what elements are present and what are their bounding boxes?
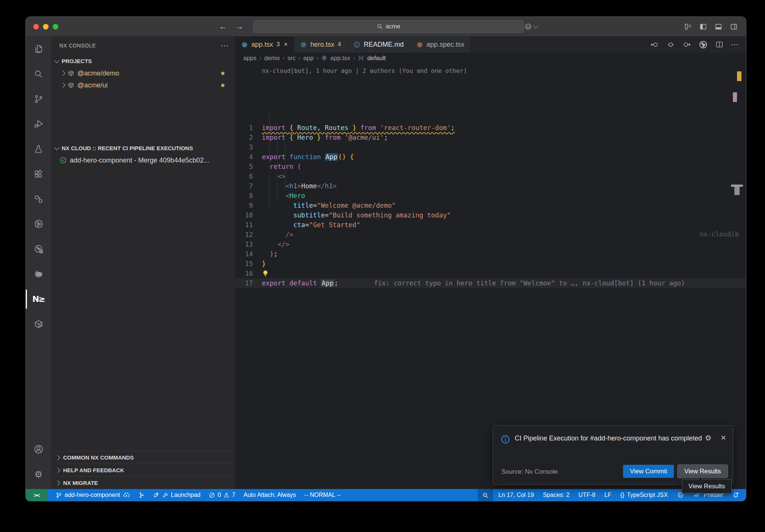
breadcrumb-item[interactable]: app [303,55,314,62]
notification-close-icon[interactable]: ✕ [721,434,726,442]
code-line[interactable]: 9 title="Welcome @acme/demo" [235,201,746,210]
notifications-bell[interactable] [732,492,739,499]
remote-indicator[interactable]: >< [26,489,47,501]
code-line[interactable]: 15} [235,259,746,269]
react-test-file-icon [416,41,423,48]
problems-indicator[interactable]: 0 ⚠ 7 [209,491,235,499]
line-number: 15 [235,259,253,269]
code-line[interactable]: 1import { Route, Routes } from 'react-ro… [235,123,746,133]
activity-edge-tools[interactable] [26,262,51,287]
tab-readme-md[interactable]: README.md [347,36,410,53]
git-graph-button[interactable] [138,492,145,498]
activity-nx-console[interactable]: N≥ [26,287,51,312]
toggle-panel-icon[interactable] [715,23,722,31]
code-line[interactable]: 12 /> [235,230,746,239]
more-actions-icon[interactable]: ⋯ [731,40,739,49]
section-common-nx-commands[interactable]: COMMON NX COMMANDS [51,451,235,464]
breadcrumb-item[interactable]: apps [243,55,257,62]
section-help-and-feedback[interactable]: HELP AND FEEDBACK [51,464,235,476]
lightbulb-icon[interactable] [262,269,269,278]
history-back-icon[interactable]: ← [219,22,227,31]
code-line[interactable]: 16 [235,269,746,278]
activity-search[interactable] [26,61,51,86]
activity-extensions[interactable] [26,161,51,186]
activity-nx-projects[interactable] [26,186,51,211]
tab-hero-tsx[interactable]: hero.tsx 4 [294,36,347,53]
close-tab-icon[interactable]: × [284,41,288,48]
breadcrumb-item[interactable]: app.tsx [330,55,350,62]
launchpad-button[interactable]: Launchpad [153,492,201,498]
language-mode[interactable]: {} TypeScript JSX [620,492,668,498]
split-editor-icon[interactable] [715,40,724,49]
close-window-button[interactable] [33,24,39,30]
code-line[interactable]: 8 <Hero [235,191,746,201]
extensions-icon [34,169,43,179]
tab-app-tsx[interactable]: app.tsx 3 × [235,36,294,53]
history-forward-icon[interactable]: → [235,22,244,31]
breadcrumb-item[interactable]: demo [264,55,279,62]
section-label: HELP AND FEEDBACK [63,467,124,473]
activity-source-control[interactable] [26,86,51,111]
code-line[interactable]: 7 <h1>Home</h1> [235,181,746,191]
errors-count: 0 [218,492,221,498]
nav-forward-icon[interactable] [682,40,691,49]
encoding-indicator[interactable]: UTF-8 [579,492,595,498]
customize-layout-icon[interactable] [684,23,692,31]
project-item-acme-demo[interactable]: @acme/demo [51,67,235,79]
gutter-blame-lens[interactable]: nx-cloud[bot], 1 hour ago | 2 authors (Y… [235,64,467,74]
modified-dot-icon [221,72,224,75]
sidebar-more-actions-icon[interactable]: ⋯ [221,41,229,50]
sidebar-nx-console: NX CONSOLE ⋯ PROJECTS @acme/demo @acme/u… [51,36,235,489]
indentation-indicator[interactable]: Spaces: 2 [543,492,569,498]
breadcrumb-item[interactable]: src [287,55,295,62]
launchpad-label: Launchpad [171,492,201,498]
search-icon [377,24,383,30]
code-line[interactable]: 6 <> [235,171,746,181]
branch-indicator[interactable]: add-hero-component [56,492,130,499]
code-line[interactable]: 2import { Hero } from '@acme/ui'; [235,133,746,142]
code-line[interactable]: 11 cta="Get Started" [235,220,746,230]
activity-testing[interactable] [26,136,51,161]
vim-mode-indicator[interactable]: -- NORMAL -- [304,492,341,498]
code-line[interactable]: 4export function App() { [235,152,746,162]
zoom-indicator[interactable] [478,489,493,501]
nx-graph-action-icon[interactable] [699,40,708,49]
activity-account[interactable] [26,437,51,462]
code-line[interactable]: 3 [235,142,746,152]
toggle-primary-sidebar-icon[interactable] [699,23,707,31]
section-nx-cloud[interactable]: NX CLOUD :: RECENT CI PIPELINE EXECUTION… [51,142,235,154]
project-item-acme-ui[interactable]: @acme/ui [51,79,235,91]
line-number: 7 [235,181,253,191]
tab-app-spec-tsx[interactable]: app.spec.tsx [410,36,471,53]
activity-package[interactable] [26,312,51,337]
minimize-window-button[interactable] [43,24,49,30]
activity-run-debug[interactable] [26,111,51,136]
notification-settings-icon[interactable]: ⚙ [705,434,712,442]
pipeline-execution-item[interactable]: add-hero-component - Merge 409b44e5cb02.… [51,154,235,166]
view-results-button[interactable]: View Results [678,465,728,478]
tab-problems-badge: 3 [276,41,280,48]
activity-project-graph[interactable] [26,211,51,236]
nav-back-icon[interactable] [650,40,659,49]
code-line[interactable]: 14 ); [235,249,746,259]
auto-attach-indicator[interactable]: Auto Attach: Always [244,492,296,498]
zoom-window-button[interactable] [53,24,58,30]
activity-cloud-graph[interactable] [26,236,51,262]
activity-explorer[interactable] [26,36,51,61]
toggle-secondary-sidebar-icon[interactable] [730,23,738,31]
section-nx-migrate[interactable]: NX MIGRATE [51,476,235,489]
section-projects[interactable]: PROJECTS [51,55,235,67]
code-line[interactable]: 10 subtitle="Build something amazing tod… [235,210,746,220]
nav-current-icon[interactable] [666,40,675,49]
breadcrumb-item[interactable]: default [367,55,386,62]
code-line[interactable]: 5 return ( [235,162,746,171]
code-line[interactable]: 13 </> [235,239,746,249]
command-center-search[interactable]: acme [253,20,524,33]
eol-indicator[interactable]: LF [604,492,611,498]
code-line[interactable]: 17export default App;fix: correct typo i… [235,278,746,288]
copilot-menu[interactable] [524,22,538,31]
view-commit-button[interactable]: View Commit [623,465,674,478]
activity-settings[interactable]: ⚙ [26,462,51,487]
cursor-position[interactable]: Ln 17, Col 19 [498,492,534,498]
line-number: 16 [235,269,253,278]
